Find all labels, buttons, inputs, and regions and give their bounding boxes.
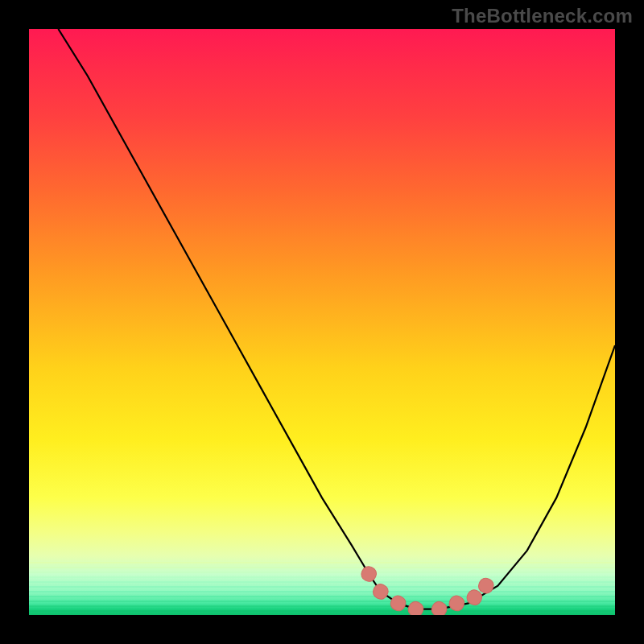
curve-marker <box>448 594 467 613</box>
watermark-text: TheBottleneck.com <box>452 5 633 27</box>
chart-frame: TheBottleneck.com <box>0 0 644 644</box>
curve-marker <box>359 564 378 584</box>
curve-marker <box>389 594 408 613</box>
bottleneck-curve <box>29 29 615 615</box>
curve-markers <box>359 564 495 615</box>
curve-marker <box>407 600 426 615</box>
curve-path <box>58 29 615 609</box>
curve-marker <box>430 600 449 615</box>
curve-marker <box>371 582 390 601</box>
plot-area <box>29 29 615 615</box>
